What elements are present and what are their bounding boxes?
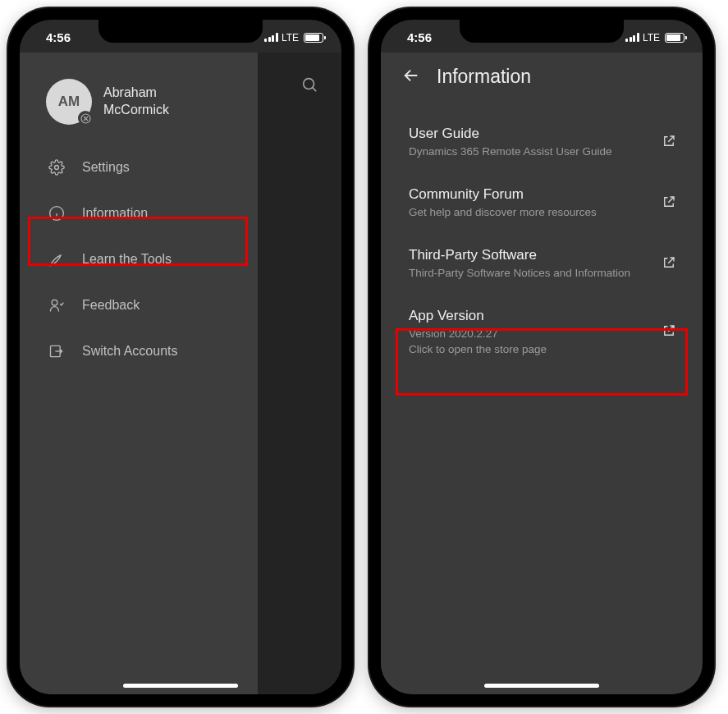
menu-label: Settings [82,160,130,175]
pen-icon [48,251,66,268]
menu-item-settings[interactable]: Settings [20,144,258,190]
status-right: LTE [625,32,685,43]
search-icon[interactable] [300,76,318,694]
item-title: Community Forum [409,186,648,203]
svg-line-12 [668,258,674,263]
phone-right: 4:56 LTE Information User Guide Dynamics… [369,8,714,706]
status-bar: 4:56 LTE [20,20,341,53]
info-item-app-version[interactable]: App Version Version 2020.2.27 Click to o… [381,295,703,371]
phone-left: 4:56 LTE AM Abraham McCo [8,8,353,706]
item-title: App Version [409,308,648,324]
signal-icon [264,33,278,42]
avatar-initials: AM [58,94,80,110]
profile-row[interactable]: AM Abraham McCormick [20,69,258,144]
backdrop[interactable] [258,53,341,694]
info-item-community[interactable]: Community Forum Get help and discover mo… [381,173,703,234]
item-title: Third-Party Software [409,247,648,263]
status-badge-icon [78,111,93,126]
external-link-icon [662,134,676,152]
svg-point-7 [304,79,314,89]
nav-drawer: AM Abraham McCormick Settings [20,53,258,694]
info-item-user-guide[interactable]: User Guide Dynamics 365 Remote Assist Us… [381,112,703,173]
svg-point-1 [55,166,59,170]
item-sub-hint: Click to open the store page [409,342,648,358]
profile-name: Abraham McCormick [103,85,169,119]
item-sub: Dynamics 365 Remote Assist User Guide [409,144,648,160]
battery-icon [665,33,685,43]
info-icon [48,205,66,222]
svg-line-10 [668,136,674,142]
menu-label: Feedback [82,298,140,313]
battery-icon [304,33,323,43]
item-sub: Third-Party Software Notices and Informa… [409,266,648,281]
page-title: Information [437,66,531,88]
drawer-layout: AM Abraham McCormick Settings [20,53,341,694]
switch-account-icon [48,343,66,359]
status-bar: 4:56 LTE [381,20,703,53]
external-link-icon [662,323,676,341]
screen-right: 4:56 LTE Information User Guide Dynamics… [381,20,703,694]
external-link-icon [662,195,676,213]
status-right: LTE [264,32,323,43]
avatar: AM [46,79,92,125]
feedback-icon [48,297,66,314]
back-button[interactable] [402,66,420,88]
status-time: 4:56 [46,30,71,44]
menu-item-learn[interactable]: Learn the Tools [20,236,258,282]
info-list: User Guide Dynamics 365 Remote Assist Us… [381,104,703,378]
screen-left: 4:56 LTE AM Abraham McCo [20,20,341,694]
status-time: 4:56 [407,30,432,44]
item-title: User Guide [409,126,648,142]
signal-icon [625,33,639,42]
user-first-name: Abraham [103,85,169,102]
external-link-icon [662,255,676,273]
info-item-third-party[interactable]: Third-Party Software Third-Party Softwar… [381,234,703,295]
menu-label: Switch Accounts [82,344,178,359]
home-indicator[interactable] [123,684,238,688]
network-label: LTE [282,32,299,43]
svg-line-8 [313,88,317,92]
menu-item-switch[interactable]: Switch Accounts [20,328,258,374]
info-screen: Information User Guide Dynamics 365 Remo… [381,53,703,694]
menu-label: Learn the Tools [82,252,172,267]
gear-icon [48,159,66,176]
svg-line-13 [668,326,674,332]
menu-item-feedback[interactable]: Feedback [20,282,258,328]
home-indicator[interactable] [484,684,599,688]
item-sub: Get help and discover more resources [409,205,648,221]
info-header: Information [381,53,703,104]
menu-item-information[interactable]: Information [20,190,258,236]
network-label: LTE [643,32,660,43]
item-sub-version: Version 2020.2.27 [409,327,648,342]
svg-point-5 [52,300,57,305]
menu-label: Information [82,206,148,221]
svg-line-11 [668,197,674,203]
user-last-name: McCormick [103,102,169,119]
